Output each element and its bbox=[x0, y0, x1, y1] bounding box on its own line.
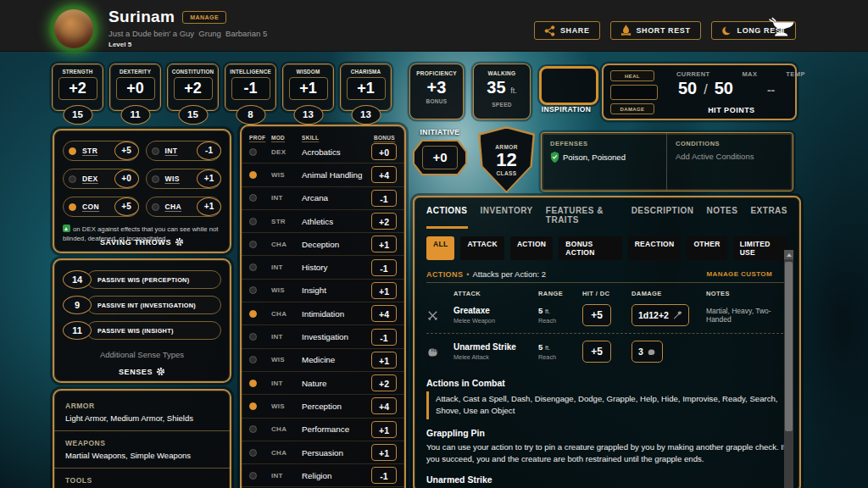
filter-chip[interactable]: OTHER bbox=[687, 236, 726, 260]
filter-chip[interactable]: ACTION bbox=[510, 236, 553, 260]
section-separator: • bbox=[466, 270, 469, 279]
skill-ability: INT bbox=[271, 333, 302, 341]
hp-adjust-input[interactable] bbox=[610, 85, 658, 100]
skill-row[interactable]: WIS Insight +1 bbox=[242, 279, 404, 302]
proficiency-bottom-label: BONUS bbox=[410, 98, 463, 104]
heal-button[interactable]: HEAL bbox=[610, 70, 654, 81]
tab[interactable]: FEATURES & TRAITS bbox=[546, 206, 619, 229]
saving-throw[interactable]: CHA +1 bbox=[146, 197, 222, 217]
skill-bonus[interactable]: -1 bbox=[371, 467, 397, 484]
skill-row[interactable]: CHA Performance +1 bbox=[242, 418, 404, 441]
ability-card[interactable]: CONSTITUTION +2 15 bbox=[167, 64, 219, 125]
skill-row[interactable]: INT Investigation -1 bbox=[242, 324, 404, 347]
skill-row[interactable]: CHA Deception +1 bbox=[242, 232, 404, 255]
skill-bonus[interactable]: +1 bbox=[371, 236, 397, 252]
tab[interactable]: ACTIONS bbox=[426, 206, 468, 229]
sense-value: 9 bbox=[63, 296, 92, 314]
add-conditions-link[interactable]: Add Active Conditions bbox=[676, 152, 784, 161]
skill-bonus[interactable]: +4 bbox=[371, 397, 397, 414]
saving-throw[interactable]: INT -1 bbox=[146, 141, 222, 161]
skill-bonus[interactable]: +0 bbox=[371, 143, 397, 160]
skill-bonus[interactable]: -1 bbox=[371, 329, 397, 346]
skill-row[interactable]: INT Nature +2 bbox=[242, 371, 404, 394]
senses-footer[interactable]: SENSES bbox=[54, 367, 230, 376]
skill-bonus[interactable]: +2 bbox=[371, 374, 397, 391]
ability-card[interactable]: DEXTERITY +0 11 bbox=[109, 64, 161, 125]
ability-modifier: +2 bbox=[174, 77, 213, 100]
tab[interactable]: INVENTORY bbox=[481, 206, 533, 229]
skill-bonus[interactable]: +2 bbox=[371, 213, 397, 230]
hp-temp-value[interactable]: -- bbox=[767, 83, 775, 97]
skill-bonus[interactable]: +4 bbox=[371, 166, 397, 183]
hp-current-value[interactable]: 50 bbox=[678, 79, 697, 98]
filter-chip[interactable]: REACTION bbox=[628, 236, 682, 260]
manage-custom-link[interactable]: MANAGE CUSTOM bbox=[707, 270, 773, 278]
skill-row[interactable]: CHA Intimidation +4 bbox=[242, 302, 404, 324]
saving-throw[interactable]: CON +5 bbox=[63, 197, 139, 217]
skill-bonus[interactable]: +1 bbox=[371, 421, 397, 438]
proficiency-group-title: TOOLS bbox=[65, 476, 219, 485]
hit-bonus-box[interactable]: +5 bbox=[582, 341, 611, 363]
ability-frame: INTELLIGENCE -1 bbox=[225, 64, 276, 111]
speed-value: 35 bbox=[487, 78, 505, 97]
ability-card[interactable]: INTELLIGENCE -1 8 bbox=[225, 64, 276, 125]
skill-row[interactable]: STR Athletics +2 bbox=[242, 209, 404, 232]
ability-card[interactable]: STRENGTH +2 15 bbox=[52, 64, 103, 125]
saving-throw[interactable]: DEX +0 bbox=[63, 169, 139, 189]
saving-throw[interactable]: WIS +1 bbox=[146, 169, 222, 189]
skill-bonus[interactable]: +1 bbox=[371, 282, 397, 299]
proficiency-dot bbox=[249, 218, 257, 225]
inspiration-box[interactable] bbox=[539, 66, 598, 105]
filter-chip[interactable]: LIMITED USE bbox=[733, 236, 787, 260]
saving-throw[interactable]: STR +5 bbox=[63, 141, 139, 161]
attack-name: Greataxe bbox=[453, 306, 533, 315]
skill-bonus[interactable]: +1 bbox=[371, 352, 397, 369]
damage-box[interactable]: 3 bbox=[632, 341, 663, 363]
ability-card[interactable]: CHARISMA +1 13 bbox=[340, 64, 392, 125]
skill-row[interactable]: WIS Perception +4 bbox=[242, 394, 404, 417]
defenses-value[interactable]: Poison, Poisoned bbox=[563, 152, 626, 162]
skill-row[interactable]: DEX Acrobatics +0 bbox=[242, 141, 404, 163]
scrollbar-thumb[interactable] bbox=[785, 262, 793, 431]
speed-box[interactable]: WALKING 35 ft. SPEED bbox=[473, 64, 531, 119]
sense[interactable]: 9 PASSIVE INT (INVESTIGATION) bbox=[63, 296, 221, 314]
skill-row[interactable]: INT History -1 bbox=[242, 255, 404, 278]
skill-row[interactable]: WIS Animal Handling +4 bbox=[242, 163, 404, 186]
filter-chip[interactable]: ALL bbox=[426, 236, 454, 260]
damage-box[interactable]: 1d12+2 bbox=[632, 304, 689, 326]
ability-scores: STRENGTH +2 15 DEXTERITY +0 11 CONSTITUT… bbox=[52, 64, 392, 125]
initiative-box[interactable]: +0 bbox=[413, 140, 467, 175]
skill-row[interactable]: INT Religion -1 bbox=[242, 463, 404, 486]
filter-chip[interactable]: BONUS ACTION bbox=[559, 236, 621, 260]
skill-row[interactable]: CHA Persuasion +1 bbox=[242, 441, 404, 463]
tab[interactable]: EXTRAS bbox=[750, 206, 787, 229]
header-damage: DAMAGE bbox=[632, 290, 701, 297]
skill-row[interactable]: WIS Medicine +1 bbox=[242, 348, 404, 371]
filter-chip[interactable]: ATTACK bbox=[460, 236, 504, 260]
saving-throws-footer[interactable]: SAVING THROWS bbox=[54, 237, 230, 247]
hit-bonus-box[interactable]: +5 bbox=[582, 304, 611, 326]
tab[interactable]: NOTES bbox=[706, 206, 737, 229]
scrollbar[interactable] bbox=[784, 250, 793, 488]
attack-row[interactable]: Greataxe Melee Weapon 5 ft. Reach +5 1d1… bbox=[426, 297, 787, 333]
skill-bonus[interactable]: -1 bbox=[371, 190, 397, 207]
skill-bonus[interactable]: +1 bbox=[371, 444, 397, 461]
sense[interactable]: 14 PASSIVE WIS (PERCEPTION) bbox=[63, 270, 221, 289]
proficiency-bonus-box[interactable]: PROFICIENCY +3 BONUS bbox=[409, 64, 464, 119]
manage-button[interactable]: MANAGE bbox=[182, 11, 226, 24]
ability-card[interactable]: WISDOM +1 13 bbox=[282, 64, 334, 125]
tab[interactable]: DESCRIPTION bbox=[632, 206, 694, 229]
sense[interactable]: 11 PASSIVE WIS (INSIGHT) bbox=[63, 321, 221, 340]
anvil-icon[interactable] bbox=[765, 15, 798, 42]
additional-sense-types-link[interactable]: Additional Sense Types bbox=[63, 350, 221, 359]
avatar[interactable] bbox=[47, 3, 100, 55]
share-button[interactable]: SHARE bbox=[534, 21, 600, 40]
header-hit-dc: HIT / DC bbox=[582, 290, 626, 297]
scroll-up-button[interactable] bbox=[784, 250, 793, 259]
skill-bonus[interactable]: +4 bbox=[371, 305, 397, 322]
short-rest-button[interactable]: SHORT REST bbox=[610, 21, 701, 40]
attack-row[interactable]: Unarmed Strike Melee Attack 5 ft. Reach … bbox=[426, 333, 787, 369]
damage-button[interactable]: DAMAGE bbox=[610, 103, 654, 114]
skill-bonus[interactable]: -1 bbox=[371, 259, 397, 276]
skill-row[interactable]: INT Arcana -1 bbox=[242, 186, 404, 209]
